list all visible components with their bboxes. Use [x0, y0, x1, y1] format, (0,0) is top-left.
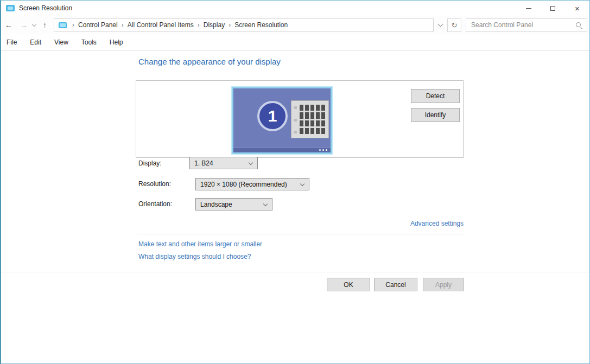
recent-pages-chevron-icon[interactable]: [32, 22, 36, 27]
address-dropdown-chevron-icon[interactable]: [438, 22, 443, 27]
app-icon: [6, 5, 15, 11]
orientation-value: Landscape: [200, 201, 232, 208]
search-box: [466, 18, 587, 32]
display-settings-help-link[interactable]: What display settings should I choose?: [138, 253, 251, 260]
breadcrumb-separator: ›: [118, 21, 128, 29]
menu-file[interactable]: File: [7, 39, 17, 46]
title-bar: Screen Resolution ×: [1, 1, 589, 16]
forward-button[interactable]: →: [16, 21, 31, 29]
resolution-dropdown[interactable]: 1920 × 1080 (Recommended): [195, 178, 309, 190]
chevron-down-icon: [300, 182, 304, 186]
cancel-button[interactable]: Cancel: [374, 278, 417, 291]
window-controls: ×: [516, 1, 589, 16]
search-icon: [575, 22, 583, 29]
display-dropdown[interactable]: 1. B24: [189, 157, 258, 169]
maximize-button[interactable]: [541, 1, 565, 16]
detect-button[interactable]: Detect: [411, 89, 460, 103]
breadcrumb-separator: ›: [225, 21, 234, 29]
breadcrumb-separator: ›: [194, 21, 204, 29]
orientation-dropdown[interactable]: Landscape: [195, 198, 272, 210]
menu-view[interactable]: View: [54, 39, 68, 46]
breadcrumb-control-panel[interactable]: Control Panel: [78, 21, 118, 29]
page-title: Change the appearance of your display: [138, 57, 281, 66]
close-button[interactable]: ×: [565, 1, 589, 16]
screen-resolution-window: Screen Resolution × ← → ↑ › Control Pane…: [0, 0, 590, 364]
menu-tools[interactable]: Tools: [81, 39, 97, 46]
refresh-button[interactable]: ↻: [447, 18, 461, 32]
back-button[interactable]: ←: [1, 21, 16, 29]
minimize-button[interactable]: [516, 1, 541, 16]
chevron-down-icon: [263, 202, 268, 206]
chevron-down-icon: [249, 161, 253, 165]
menu-bar: File Edit View Tools Help: [1, 34, 589, 51]
refresh-icon: ↻: [452, 21, 458, 29]
advanced-settings-link[interactable]: Advanced settings: [327, 220, 464, 227]
menu-help[interactable]: Help: [110, 39, 123, 46]
mini-window-sidebar: [294, 106, 297, 133]
monitor-taskbar: [233, 147, 331, 152]
breadcrumb-screen-resolution[interactable]: Screen Resolution: [234, 21, 288, 29]
up-button[interactable]: ↑: [39, 21, 50, 29]
address-bar: ← → ↑ › Control Panel › All Control Pane…: [1, 16, 589, 34]
ellipsis-dots-icon: [319, 149, 327, 151]
search-input[interactable]: [470, 20, 573, 31]
monitor-1-thumbnail[interactable]: 1: [232, 87, 332, 154]
window-title: Screen Resolution: [19, 4, 72, 12]
keypad-grid: [300, 105, 325, 134]
breadcrumb-all-control-panel-items[interactable]: All Control Panel Items: [128, 21, 194, 29]
breadcrumb: › Control Panel › All Control Panel Item…: [54, 18, 434, 32]
orientation-label: Orientation:: [138, 200, 172, 208]
ok-button[interactable]: OK: [327, 278, 370, 291]
resolution-label: Resolution:: [138, 180, 171, 188]
breadcrumb-separator: ›: [68, 21, 78, 29]
menu-edit[interactable]: Edit: [30, 39, 41, 46]
display-value: 1. B24: [194, 159, 213, 167]
display-label: Display:: [138, 159, 162, 167]
location-icon: [59, 22, 67, 28]
make-text-larger-link[interactable]: Make text and other items larger or smal…: [138, 240, 262, 248]
monitor-number: 1: [268, 107, 277, 125]
identify-button[interactable]: Identify: [411, 108, 460, 122]
monitor-number-badge: 1: [257, 101, 288, 131]
separator: [1, 272, 590, 272]
resolution-value: 1920 × 1080 (Recommended): [200, 181, 287, 188]
mini-window-icon: [291, 100, 329, 138]
minimize-icon: [526, 8, 531, 9]
maximize-icon: [550, 6, 555, 11]
close-icon: ×: [575, 4, 580, 12]
apply-button[interactable]: Apply: [423, 278, 464, 291]
separator: [137, 234, 464, 234]
breadcrumb-display[interactable]: Display: [204, 21, 225, 29]
